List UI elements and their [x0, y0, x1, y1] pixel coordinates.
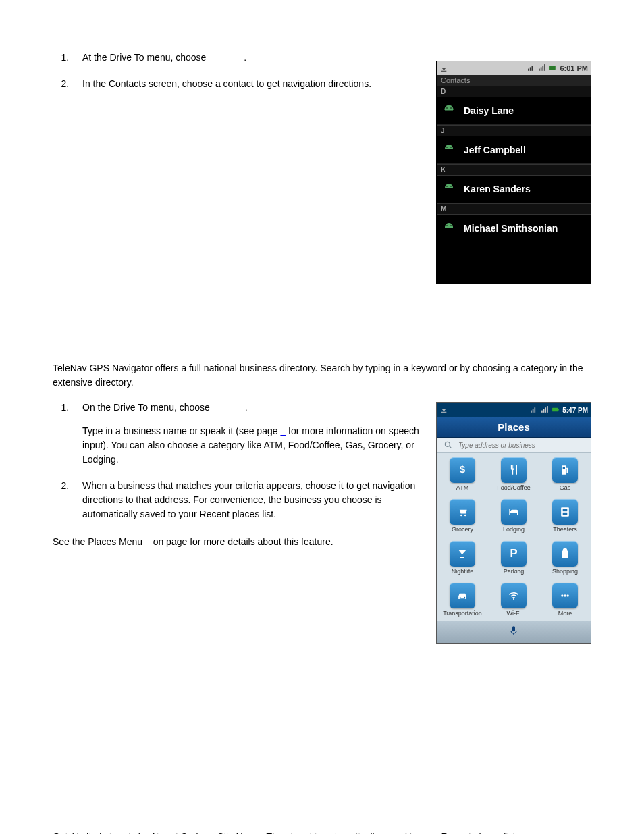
contact-avatar-icon [441, 181, 457, 197]
svg-rect-23 [547, 406, 548, 413]
status-time: 6:01 PM [560, 64, 588, 72]
step-text: On the Drive To menu, choose [82, 402, 210, 413]
airports-text: Quickly find airports by Airport Code or… [53, 830, 591, 834]
step-punct: . [245, 402, 248, 413]
svg-point-30 [460, 515, 462, 517]
places-cell-label: Theaters [539, 526, 591, 533]
svg-rect-36 [562, 552, 568, 558]
contacts-screenshot: 6:01 PM Contacts D Daisy Lane J Jeff Cam… [436, 61, 591, 284]
places-cell-label: Lodging [488, 526, 539, 533]
places-cell-label: Gas [539, 484, 591, 491]
places-cell-gas[interactable]: Gas [539, 453, 591, 495]
places-cell-label: Food/Coffee [488, 484, 539, 491]
bag-icon [552, 541, 578, 567]
places-steps-list: On the Drive To menu, choose . Type in a… [53, 400, 436, 521]
places-cell-parking[interactable]: PParking [488, 537, 539, 579]
svg-rect-6 [545, 64, 546, 71]
places-cell-grocery[interactable]: Grocery [437, 495, 488, 537]
svg-rect-25 [558, 409, 559, 410]
svg-point-26 [445, 442, 450, 446]
svg-rect-5 [543, 66, 544, 71]
status-time: 5:47 PM [562, 407, 588, 414]
svg-point-40 [561, 594, 563, 596]
contact-avatar-icon [441, 103, 457, 119]
step-text: At the Drive To menu, choose [82, 52, 206, 63]
microphone-icon [508, 624, 519, 640]
status-bar: 5:47 PM [437, 403, 591, 417]
svg-rect-17 [531, 410, 532, 412]
food-icon [501, 457, 527, 483]
search-input[interactable] [457, 441, 588, 450]
places-grid: $ATMFood/CoffeeGasGroceryLodgingTheaters… [437, 453, 591, 621]
bed-icon [501, 499, 527, 525]
contact-name: Jeff Campbell [464, 145, 526, 155]
contact-row[interactable]: Jeff Campbell [437, 136, 591, 164]
svg-rect-3 [539, 68, 541, 70]
svg-point-11 [446, 147, 448, 148]
contact-row[interactable]: Daisy Lane [437, 97, 591, 125]
voice-footer[interactable] [437, 621, 591, 643]
step-item: When a business that matches your criter… [72, 479, 436, 521]
svg-text:P: P [510, 547, 517, 560]
step-item: In the Contacts screen, choose a contact… [72, 77, 423, 91]
contact-name: Michael Smithsonian [464, 223, 558, 234]
contact-row[interactable]: Michael Smithsonian [437, 215, 591, 242]
places-cell-transportation[interactable]: Transportation [437, 579, 488, 621]
places-cell-more[interactable]: More [539, 579, 591, 621]
svg-point-38 [464, 597, 466, 598]
letter-divider: K [437, 164, 591, 176]
svg-point-16 [450, 225, 452, 226]
svg-point-42 [567, 594, 569, 596]
signal-3g-icon [527, 63, 536, 74]
svg-rect-32 [561, 507, 569, 516]
places-cell-food-coffee[interactable]: Food/Coffee [488, 453, 539, 495]
svg-rect-18 [533, 409, 534, 412]
signal-3g-icon [530, 405, 539, 415]
search-bar[interactable] [437, 438, 591, 453]
places-cell-label: Grocery [437, 526, 488, 533]
search-icon [444, 440, 453, 450]
svg-rect-4 [541, 67, 542, 70]
gas-icon [552, 457, 578, 483]
page-link[interactable] [145, 536, 151, 547]
contacts-steps-list: At the Drive To menu, choose . In the Co… [53, 51, 423, 91]
dots-icon [552, 583, 578, 608]
svg-point-41 [564, 594, 566, 596]
download-icon [439, 64, 448, 73]
places-cell-nightlife[interactable]: Nightlife [437, 537, 488, 579]
places-cell-shopping[interactable]: Shopping [539, 537, 591, 579]
contact-avatar-icon [441, 142, 457, 158]
svg-point-9 [446, 107, 448, 109]
martini-icon [450, 541, 475, 567]
dollar-icon: $ [450, 457, 475, 483]
contact-name: Daisy Lane [464, 105, 514, 116]
svg-line-27 [450, 446, 452, 448]
letter-divider: M [437, 203, 591, 215]
places-intro: TeleNav GPS Navigator offers a full nati… [53, 361, 591, 390]
svg-rect-22 [545, 407, 547, 413]
svg-rect-2 [532, 66, 533, 71]
svg-rect-34 [563, 513, 568, 515]
svg-rect-7 [550, 66, 556, 69]
letter-divider: D [437, 86, 591, 97]
svg-rect-43 [512, 626, 515, 631]
contact-row[interactable]: Karen Sanders [437, 176, 591, 203]
places-cell-label: Parking [488, 568, 539, 575]
places-cell-lodging[interactable]: Lodging [488, 495, 539, 537]
svg-rect-19 [535, 407, 536, 413]
step-text: In the Contacts screen, choose a contact… [82, 78, 371, 89]
signal-bars-icon [538, 63, 547, 74]
see-places-note: See the Places Menu on page for more det… [53, 535, 417, 549]
contacts-list: D Daisy Lane J Jeff Campbell K Karen San… [437, 86, 591, 283]
svg-point-13 [446, 186, 448, 187]
places-cell-wi-fi[interactable]: Wi-Fi [488, 579, 539, 621]
places-cell-label: Wi-Fi [488, 610, 539, 617]
places-cell-atm[interactable]: $ATM [437, 453, 488, 495]
svg-rect-1 [530, 67, 531, 70]
places-cell-theaters[interactable]: Theaters [539, 495, 591, 537]
battery-icon [552, 405, 560, 415]
battery-icon [549, 63, 558, 74]
contact-name: Karen Sanders [464, 184, 531, 194]
svg-text:$: $ [460, 463, 466, 475]
download-icon [439, 405, 448, 415]
